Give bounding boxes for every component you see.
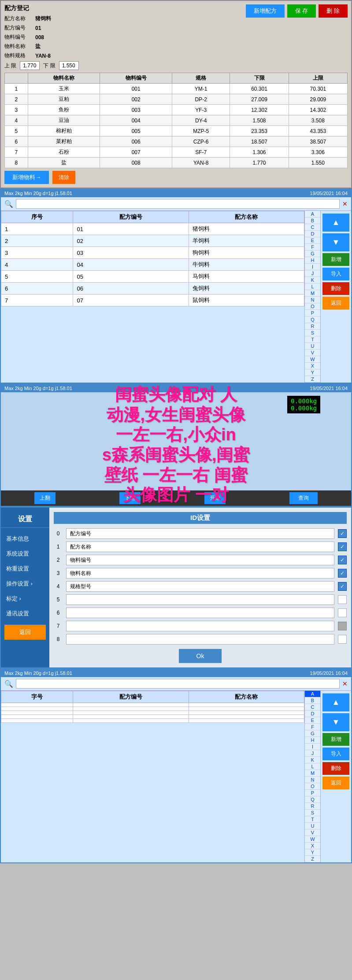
id-field-input[interactable] <box>66 608 334 618</box>
id-checkbox-partial[interactable] <box>338 622 347 630</box>
settings-back-button[interactable]: 返回 <box>4 625 46 640</box>
id-field-input[interactable] <box>66 594 334 605</box>
sec5-alphabet-letter-z[interactable]: Z <box>305 856 320 862</box>
table-row[interactable] <box>1 707 304 711</box>
clear-button[interactable]: 清除 <box>52 171 75 184</box>
id-field-input[interactable] <box>66 621 334 631</box>
sec5-alphabet-letter-q[interactable]: Q <box>305 796 320 803</box>
alphabet-letter-p[interactable]: P <box>305 310 320 317</box>
alphabet-letter-h[interactable]: H <box>305 257 320 264</box>
alphabet-letter-w[interactable]: W <box>305 356 320 363</box>
table-row[interactable]: 3鱼粉003YF-312.30214.302 <box>5 105 348 115</box>
sec5-alphabet-letter-x[interactable]: X <box>305 843 320 849</box>
sec5-alphabet-letter-d[interactable]: D <box>305 711 320 717</box>
sec5-back-button[interactable]: 返回 <box>322 777 349 789</box>
settings-item-communication[interactable]: 通讯设置 <box>1 606 49 621</box>
delete-button[interactable]: 删 除 <box>319 4 348 18</box>
sec5-alphabet-letter-o[interactable]: O <box>305 783 320 790</box>
new-material-button[interactable]: 新增物料→ <box>4 171 49 184</box>
scroll-up-button[interactable]: ▲ <box>322 214 349 232</box>
alphabet-letter-a[interactable]: A <box>305 211 320 217</box>
table-row[interactable]: 8盐008YAN-81.7701.550 <box>5 158 348 168</box>
table-row[interactable] <box>1 711 304 715</box>
id-checkbox-checked[interactable]: ✓ <box>338 542 347 551</box>
alphabet-letter-v[interactable]: V <box>305 350 320 356</box>
table-row[interactable]: 303狗饲料 <box>1 247 304 259</box>
alphabet-letter-t[interactable]: T <box>305 336 320 343</box>
alphabet-letter-k[interactable]: K <box>305 277 320 284</box>
sec5-import-button[interactable]: 导入 <box>322 748 349 760</box>
alphabet-letter-f[interactable]: F <box>305 244 320 251</box>
sec5-alphabet-letter-y[interactable]: Y <box>305 849 320 856</box>
delete-record-button[interactable]: 删除 <box>322 282 349 295</box>
alphabet-letter-r[interactable]: R <box>305 323 320 330</box>
alphabet-letter-e[interactable]: E <box>305 237 320 244</box>
id-checkbox[interactable] <box>338 635 347 644</box>
alphabet-letter-j[interactable]: J <box>305 270 320 277</box>
settings-item-weighing[interactable]: 称重设置 <box>1 561 49 576</box>
import-button[interactable]: 导入 <box>322 268 349 280</box>
alphabet-letter-c[interactable]: C <box>305 224 320 231</box>
id-checkbox-checked[interactable]: ✓ <box>338 582 347 591</box>
table-row[interactable]: 505马饲料 <box>1 271 304 283</box>
id-checkbox-checked[interactable]: ✓ <box>338 529 347 538</box>
sec5-scroll-down-button[interactable]: ▼ <box>322 713 349 731</box>
sec5-search-icon[interactable]: 🔍 <box>4 680 13 688</box>
sec5-alphabet-letter-n[interactable]: N <box>305 777 320 783</box>
sec5-alphabet-letter-l[interactable]: L <box>305 763 320 770</box>
ok-button[interactable]: Ok <box>179 649 222 663</box>
sec5-alphabet-letter-m[interactable]: M <box>305 770 320 777</box>
sec5-alphabet-letter-h[interactable]: H <box>305 737 320 744</box>
id-field-input[interactable] <box>66 634 334 645</box>
sec5-alphabet-letter-e[interactable]: E <box>305 717 320 724</box>
alphabet-letter-q[interactable]: Q <box>305 317 320 323</box>
id-field-input[interactable] <box>66 555 334 565</box>
sec5-search-input[interactable] <box>16 679 340 689</box>
alphabet-letter-y[interactable]: Y <box>305 369 320 376</box>
table-row[interactable] <box>1 703 304 707</box>
table-row[interactable]: 5棉籽粕005MZP-523.35343.353 <box>5 126 348 136</box>
alphabet-letter-b[interactable]: B <box>305 217 320 224</box>
settings-item-operation[interactable]: 操作设置 <box>1 576 49 591</box>
close-icon[interactable]: ✕ <box>342 200 348 207</box>
table-row[interactable]: 7石粉007SF-71.3063.306 <box>5 147 348 158</box>
sec5-alphabet-letter-p[interactable]: P <box>305 790 320 796</box>
sec5-alphabet-letter-i[interactable]: I <box>305 744 320 750</box>
new-formula-button[interactable]: 新增配方 <box>246 4 285 18</box>
table-row[interactable]: 202羊饲料 <box>1 235 304 247</box>
table-row[interactable] <box>1 719 304 723</box>
alphabet-letter-d[interactable]: D <box>305 231 320 237</box>
id-field-input[interactable] <box>66 528 334 539</box>
new-record-button[interactable]: 新增 <box>322 253 349 266</box>
table-row[interactable]: 404牛饲料 <box>1 259 304 271</box>
alphabet-letter-x[interactable]: X <box>305 363 320 369</box>
id-checkbox[interactable] <box>338 595 347 604</box>
id-checkbox[interactable] <box>338 608 347 617</box>
sec5-delete-record-button[interactable]: 删除 <box>322 762 349 775</box>
alphabet-letter-g[interactable]: G <box>305 251 320 257</box>
id-checkbox-checked[interactable]: ✓ <box>338 569 347 578</box>
sec5-alphabet-letter-w[interactable]: W <box>305 836 320 843</box>
sec5-alphabet-letter-k[interactable]: K <box>305 757 320 763</box>
sec5-alphabet-letter-r[interactable]: R <box>305 803 320 810</box>
search-input[interactable] <box>16 199 340 209</box>
alphabet-letter-z[interactable]: Z <box>305 376 320 383</box>
sec5-alphabet-letter-c[interactable]: C <box>305 704 320 711</box>
sec5-alphabet-letter-f[interactable]: F <box>305 724 320 730</box>
id-field-input[interactable] <box>66 568 334 578</box>
sec5-alphabet-letter-v[interactable]: V <box>305 829 320 836</box>
table-row[interactable]: 2豆粕002DP-227.00929.009 <box>5 94 348 105</box>
search-icon[interactable]: 🔍 <box>4 200 13 208</box>
table-row[interactable]: 101猪饲料 <box>1 223 304 235</box>
back-button[interactable]: 返回 <box>322 297 349 309</box>
alphabet-letter-i[interactable]: I <box>305 264 320 270</box>
sec5-alphabet-letter-u[interactable]: U <box>305 823 320 829</box>
table-row[interactable]: 606兔饲料 <box>1 283 304 295</box>
sec5-alphabet-letter-t[interactable]: T <box>305 816 320 823</box>
settings-item-basic[interactable]: 基本信息 <box>1 531 49 546</box>
table-row[interactable]: 707鼠饲料 <box>1 295 304 306</box>
table-row[interactable] <box>1 715 304 719</box>
scroll-down-button[interactable]: ▼ <box>322 233 349 251</box>
sec5-alphabet-letter-a[interactable]: A <box>305 691 320 697</box>
id-field-input[interactable] <box>66 581 334 592</box>
